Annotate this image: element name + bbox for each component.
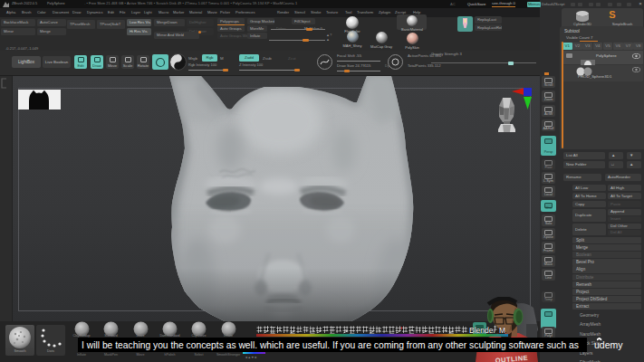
svg-text:udemy: udemy xyxy=(594,339,623,350)
svg-text:M: M xyxy=(499,326,505,335)
svg-text:Blender: Blender xyxy=(469,326,495,335)
